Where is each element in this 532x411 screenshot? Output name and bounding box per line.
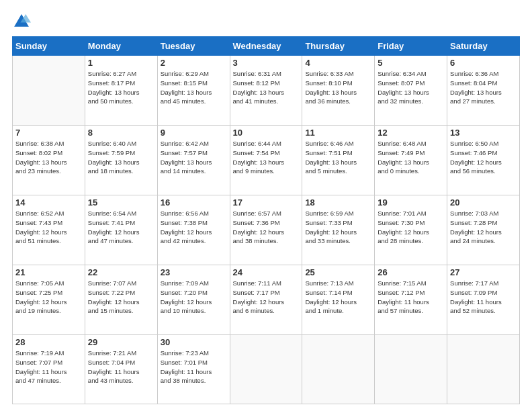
calendar-cell: 4Sunrise: 6:33 AMSunset: 8:10 PMDaylight… xyxy=(302,56,375,126)
calendar-cell: 24Sunrise: 7:11 AMSunset: 7:17 PMDayligh… xyxy=(230,265,302,335)
calendar-cell: 21Sunrise: 7:05 AMSunset: 7:25 PMDayligh… xyxy=(13,265,85,335)
calendar-cell: 10Sunrise: 6:44 AMSunset: 7:54 PMDayligh… xyxy=(230,126,302,195)
col-header-sunday: Sunday xyxy=(13,37,85,56)
day-info: Sunrise: 6:46 AMSunset: 7:51 PMDaylight:… xyxy=(305,139,371,176)
day-info: Sunrise: 6:52 AMSunset: 7:43 PMDaylight:… xyxy=(15,209,82,246)
calendar-week-1: 1Sunrise: 6:27 AMSunset: 8:17 PMDaylight… xyxy=(13,56,520,126)
calendar-cell: 3Sunrise: 6:31 AMSunset: 8:12 PMDaylight… xyxy=(230,56,302,126)
calendar-cell: 6Sunrise: 6:36 AMSunset: 8:04 PMDaylight… xyxy=(447,56,520,126)
day-info: Sunrise: 7:13 AMSunset: 7:14 PMDaylight:… xyxy=(305,279,371,316)
day-number: 30 xyxy=(161,337,227,347)
day-number: 8 xyxy=(88,128,154,138)
day-number: 17 xyxy=(233,197,300,208)
calendar-table: SundayMondayTuesdayWednesdayThursdayFrid… xyxy=(12,36,520,404)
day-number: 19 xyxy=(378,197,444,208)
day-number: 12 xyxy=(378,128,444,138)
day-number: 1 xyxy=(88,58,154,68)
calendar-cell: 27Sunrise: 7:17 AMSunset: 7:09 PMDayligh… xyxy=(447,265,520,335)
col-header-friday: Friday xyxy=(375,37,447,56)
day-info: Sunrise: 6:48 AMSunset: 7:49 PMDaylight:… xyxy=(378,139,444,176)
calendar-cell: 18Sunrise: 6:59 AMSunset: 7:33 PMDayligh… xyxy=(302,195,375,265)
day-info: Sunrise: 6:54 AMSunset: 7:41 PMDaylight:… xyxy=(88,209,154,246)
day-info: Sunrise: 6:33 AMSunset: 8:10 PMDaylight:… xyxy=(305,69,371,106)
day-info: Sunrise: 6:38 AMSunset: 8:02 PMDaylight:… xyxy=(15,139,82,176)
calendar-cell: 5Sunrise: 6:34 AMSunset: 8:07 PMDaylight… xyxy=(375,56,447,126)
calendar-week-3: 14Sunrise: 6:52 AMSunset: 7:43 PMDayligh… xyxy=(13,195,520,265)
calendar-cell: 22Sunrise: 7:07 AMSunset: 7:22 PMDayligh… xyxy=(85,265,157,335)
calendar-week-2: 7Sunrise: 6:38 AMSunset: 8:02 PMDaylight… xyxy=(13,126,520,195)
day-number: 2 xyxy=(161,58,227,68)
day-number: 16 xyxy=(161,197,227,208)
day-info: Sunrise: 7:23 AMSunset: 7:01 PMDaylight:… xyxy=(161,349,227,385)
day-info: Sunrise: 6:36 AMSunset: 8:04 PMDaylight:… xyxy=(450,69,517,106)
day-info: Sunrise: 7:09 AMSunset: 7:20 PMDaylight:… xyxy=(161,279,227,316)
col-header-tuesday: Tuesday xyxy=(157,37,230,56)
day-info: Sunrise: 6:34 AMSunset: 8:07 PMDaylight:… xyxy=(378,69,444,106)
day-number: 9 xyxy=(161,128,227,138)
day-info: Sunrise: 7:17 AMSunset: 7:09 PMDaylight:… xyxy=(450,279,517,316)
day-info: Sunrise: 7:21 AMSunset: 7:04 PMDaylight:… xyxy=(88,349,154,385)
day-info: Sunrise: 7:11 AMSunset: 7:17 PMDaylight:… xyxy=(233,279,300,316)
logo-icon xyxy=(12,12,31,31)
calendar-cell: 30Sunrise: 7:23 AMSunset: 7:01 PMDayligh… xyxy=(157,335,230,404)
calendar-cell: 7Sunrise: 6:38 AMSunset: 8:02 PMDaylight… xyxy=(13,126,85,195)
day-number: 18 xyxy=(305,197,371,208)
calendar-cell: 2Sunrise: 6:29 AMSunset: 8:15 PMDaylight… xyxy=(157,56,230,126)
day-number: 20 xyxy=(450,197,517,208)
day-number: 21 xyxy=(15,267,82,277)
day-number: 28 xyxy=(15,337,82,347)
calendar-cell: 23Sunrise: 7:09 AMSunset: 7:20 PMDayligh… xyxy=(157,265,230,335)
calendar-cell: 17Sunrise: 6:57 AMSunset: 7:36 PMDayligh… xyxy=(230,195,302,265)
day-number: 14 xyxy=(15,197,82,208)
day-number: 24 xyxy=(233,267,300,277)
day-number: 23 xyxy=(161,267,227,277)
calendar-cell: 16Sunrise: 6:56 AMSunset: 7:38 PMDayligh… xyxy=(157,195,230,265)
day-number: 5 xyxy=(378,58,444,68)
day-info: Sunrise: 7:15 AMSunset: 7:12 PMDaylight:… xyxy=(378,279,444,316)
calendar-cell xyxy=(375,335,447,404)
day-info: Sunrise: 7:03 AMSunset: 7:28 PMDaylight:… xyxy=(450,209,517,246)
calendar-cell: 1Sunrise: 6:27 AMSunset: 8:17 PMDaylight… xyxy=(85,56,157,126)
day-number: 25 xyxy=(305,267,371,277)
day-info: Sunrise: 6:57 AMSunset: 7:36 PMDaylight:… xyxy=(233,209,300,246)
day-info: Sunrise: 6:40 AMSunset: 7:59 PMDaylight:… xyxy=(88,139,154,176)
col-header-monday: Monday xyxy=(85,37,157,56)
day-number: 27 xyxy=(450,267,517,277)
day-info: Sunrise: 6:42 AMSunset: 7:57 PMDaylight:… xyxy=(161,139,227,176)
calendar-cell: 8Sunrise: 6:40 AMSunset: 7:59 PMDaylight… xyxy=(85,126,157,195)
day-number: 7 xyxy=(15,128,82,138)
day-info: Sunrise: 6:27 AMSunset: 8:17 PMDaylight:… xyxy=(88,69,154,106)
day-number: 10 xyxy=(233,128,300,138)
day-info: Sunrise: 7:19 AMSunset: 7:07 PMDaylight:… xyxy=(15,349,82,385)
calendar-cell xyxy=(302,335,375,404)
calendar-cell xyxy=(13,56,85,126)
calendar-cell: 19Sunrise: 7:01 AMSunset: 7:30 PMDayligh… xyxy=(375,195,447,265)
day-info: Sunrise: 6:31 AMSunset: 8:12 PMDaylight:… xyxy=(233,69,300,106)
day-info: Sunrise: 7:01 AMSunset: 7:30 PMDaylight:… xyxy=(378,209,444,246)
day-number: 22 xyxy=(88,267,154,277)
day-number: 15 xyxy=(88,197,154,208)
page: SundayMondayTuesdayWednesdayThursdayFrid… xyxy=(0,0,532,411)
calendar-cell: 26Sunrise: 7:15 AMSunset: 7:12 PMDayligh… xyxy=(375,265,447,335)
calendar-cell: 9Sunrise: 6:42 AMSunset: 7:57 PMDaylight… xyxy=(157,126,230,195)
day-number: 6 xyxy=(450,58,517,68)
day-number: 26 xyxy=(378,267,444,277)
day-number: 29 xyxy=(88,337,154,347)
day-info: Sunrise: 7:05 AMSunset: 7:25 PMDaylight:… xyxy=(15,279,82,316)
calendar-cell: 15Sunrise: 6:54 AMSunset: 7:41 PMDayligh… xyxy=(85,195,157,265)
calendar-cell xyxy=(447,335,520,404)
calendar-cell: 25Sunrise: 7:13 AMSunset: 7:14 PMDayligh… xyxy=(302,265,375,335)
calendar-cell: 20Sunrise: 7:03 AMSunset: 7:28 PMDayligh… xyxy=(447,195,520,265)
day-info: Sunrise: 6:29 AMSunset: 8:15 PMDaylight:… xyxy=(161,69,227,106)
calendar-cell xyxy=(230,335,302,404)
calendar-cell: 14Sunrise: 6:52 AMSunset: 7:43 PMDayligh… xyxy=(13,195,85,265)
col-header-saturday: Saturday xyxy=(447,37,520,56)
day-number: 11 xyxy=(305,128,371,138)
day-info: Sunrise: 6:56 AMSunset: 7:38 PMDaylight:… xyxy=(161,209,227,246)
day-info: Sunrise: 6:44 AMSunset: 7:54 PMDaylight:… xyxy=(233,139,300,176)
calendar-week-5: 28Sunrise: 7:19 AMSunset: 7:07 PMDayligh… xyxy=(13,335,520,404)
calendar-cell: 13Sunrise: 6:50 AMSunset: 7:46 PMDayligh… xyxy=(447,126,520,195)
day-info: Sunrise: 6:50 AMSunset: 7:46 PMDaylight:… xyxy=(450,139,517,176)
col-header-thursday: Thursday xyxy=(302,37,375,56)
col-header-wednesday: Wednesday xyxy=(230,37,302,56)
